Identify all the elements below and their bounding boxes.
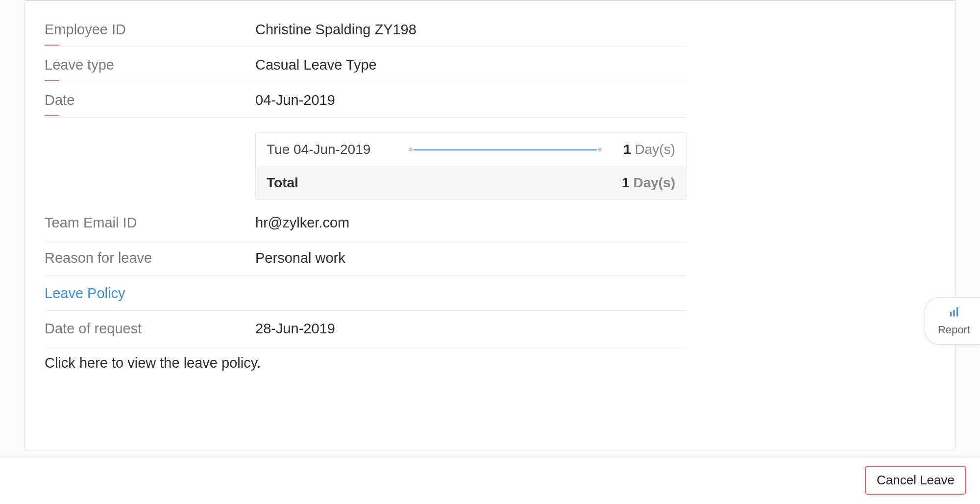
page: Employee ID Christine Spalding ZY198 Lea… [0,0,980,504]
footer-bar: Cancel Leave [0,456,980,504]
svg-rect-0 [950,312,952,316]
leave-policy-note[interactable]: Click here to view the leave policy. [45,346,935,380]
leave-policy-link[interactable]: Leave Policy [45,285,125,301]
row-leave-policy: Leave Policy [45,276,686,311]
leave-total-row: Total 1 Day(s) [256,166,686,200]
label-date: Date [45,92,255,108]
slider-end-dot [598,148,602,151]
label-date-request: Date of request [45,321,255,337]
leave-days-table: Tue 04-Jun-2019 1 Day(s) Total 1 Day(s) [255,132,686,200]
row-team-email: Team Email ID hr@zylker.com [45,205,686,240]
label-employee-id: Employee ID [45,22,255,38]
leave-total-count: 1 Day(s) [602,175,675,191]
value-employee-id: Christine Spalding ZY198 [255,22,686,38]
slider-start-dot [409,148,413,151]
leave-day-count: 1 Day(s) [602,142,675,157]
cancel-leave-button[interactable]: Cancel Leave [865,466,966,495]
label-leave-type: Leave type [45,57,255,73]
value-date-request: 28-Jun-2019 [255,321,686,337]
row-date-request: Date of request 28-Jun-2019 [45,311,686,346]
row-date: Date 04-Jun-2019 [45,82,686,118]
label-leave-policy: Leave Policy [45,285,255,302]
label-reason: Reason for leave [45,250,255,266]
row-reason: Reason for leave Personal work [45,240,686,276]
report-tab[interactable]: Report [925,297,980,345]
value-date: 04-Jun-2019 [255,92,686,108]
leave-duration-slider[interactable] [409,148,602,151]
slider-bar [414,149,597,151]
row-leave-type: Leave type Casual Leave Type [45,47,686,82]
svg-rect-1 [953,310,955,316]
bar-chart-icon [949,305,959,321]
report-tab-label: Report [938,324,970,336]
leave-detail-card: Employee ID Christine Spalding ZY198 Lea… [24,0,956,451]
value-team-email: hr@zylker.com [255,215,686,231]
svg-rect-2 [956,307,958,316]
leave-day-date: Tue 04-Jun-2019 [267,142,409,157]
label-team-email: Team Email ID [45,215,255,231]
leave-total-label: Total [267,175,409,191]
value-reason: Personal work [255,250,686,266]
row-employee-id: Employee ID Christine Spalding ZY198 [45,12,686,47]
leave-day-row: Tue 04-Jun-2019 1 Day(s) [256,133,686,166]
value-leave-type: Casual Leave Type [255,57,686,73]
